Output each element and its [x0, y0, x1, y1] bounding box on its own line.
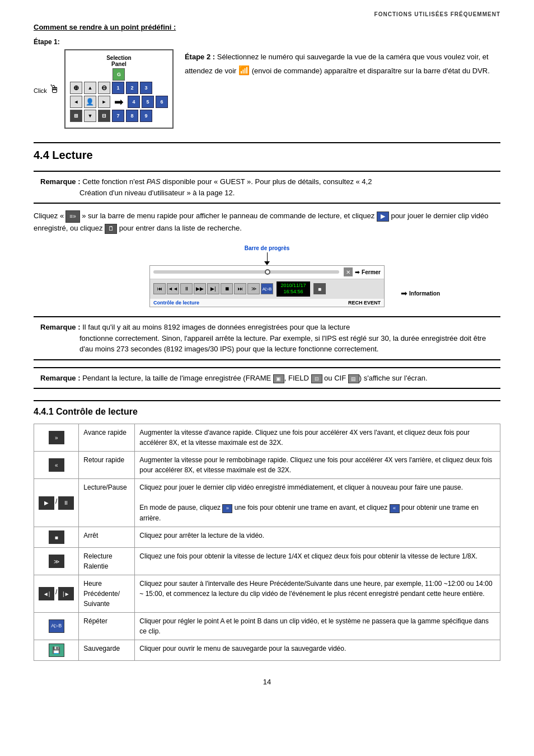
name-cell-repeter: Répéter — [79, 613, 135, 640]
selection-panel-diagram: SelectionPanel G ⊕ ▲ ⊖ 1 2 3 — [64, 49, 174, 129]
page-number: 14 — [34, 678, 500, 686]
slow-icon[interactable]: ≫ — [49, 555, 64, 568]
desc-cell-relecture: Cliquez une fois pour obtenir la vitesse… — [135, 548, 500, 575]
btn-4[interactable]: 4 — [128, 96, 140, 108]
retour-icon[interactable]: « — [49, 458, 64, 472]
play-icon[interactable]: ▶ — [377, 212, 389, 222]
remark2-label: Remarque : — [40, 323, 81, 331]
btn-down[interactable]: ▼ — [84, 110, 96, 122]
progress-bar-area: ✕ ➡ Fermer — [150, 266, 384, 279]
click-icon: 🖱 — [49, 83, 60, 95]
pause-btn-icon[interactable]: ⏸ — [58, 496, 74, 510]
time-text: 16:54:56 — [279, 289, 308, 295]
btn-grid[interactable]: ⊞ — [70, 110, 82, 122]
btn-6[interactable]: 6 — [156, 96, 168, 108]
information-annotation: ➡ Information — [401, 289, 440, 298]
btn-2[interactable]: 2 — [126, 82, 138, 94]
ctrl-ab[interactable]: A▷B — [261, 283, 273, 294]
ctrl-end[interactable]: ⏭ — [234, 283, 246, 294]
stop-icon[interactable]: ■ — [49, 530, 64, 544]
controls-bar: ⏮ ◄◄ ⏸ ▶▶ ▶| ⏹ ⏭ ≫ A▷B 2010/11/17 16:54:… — [150, 279, 384, 299]
remark2-text: Il faut qu'il y ait au moins 8192 images… — [82, 323, 350, 331]
btn-zoom-out[interactable]: ⊖ — [98, 82, 110, 94]
playback-diagram-box: ✕ ➡ Fermer ⏮ ◄◄ ⏸ ▶▶ ▶| ⏹ ⏭ ≫ A▷B 2010/1… — [149, 265, 385, 307]
ctrl-stop[interactable]: ⏹ — [221, 283, 233, 294]
table-row: ■ Arrêt Cliquez pour arrêter la lecture … — [34, 527, 500, 548]
btn-special[interactable]: ⊟ — [98, 110, 110, 122]
ctrl-next-frame[interactable]: ▶| — [207, 283, 219, 294]
ctrl-ff[interactable]: ▶▶ — [194, 283, 206, 294]
page-header-label: FONCTIONS UTILISÉES FRÉQUEMMENT — [34, 11, 500, 17]
ctrl-slow[interactable]: ≫ — [247, 283, 260, 294]
arrow-right-icon: ➡ — [112, 95, 126, 109]
prev-hour-icon[interactable]: ◄| — [39, 587, 54, 600]
play-btn-icon[interactable]: ▶ — [39, 496, 54, 510]
btn-3[interactable]: 3 — [140, 82, 152, 94]
btn-triangle[interactable]: ▲ — [84, 82, 96, 94]
slash-sep: / — [55, 496, 57, 510]
controle-label: Contrôle de lecture — [153, 300, 199, 306]
name-cell-avance: Avance rapide — [79, 424, 135, 452]
btn-left[interactable]: ◄ — [70, 96, 82, 108]
avance-icon[interactable]: » — [49, 431, 64, 444]
ctrl-first[interactable]: ⏮ — [153, 283, 166, 294]
table-row: 💾 Sauvegarde Cliquer pour ouvrir le menu… — [34, 640, 500, 661]
etape1-text: Étape 1: — [34, 38, 60, 46]
goto-section: Comment se rendre à un point prédéfini :… — [34, 23, 500, 129]
table-row: ▶ / ⏸ Lecture/Pause Cliquez pour jouer l… — [34, 479, 500, 527]
ff-inline-icon: » — [222, 504, 232, 513]
diagram-labels-row: Contrôle de lecture RECH EVENT — [150, 299, 384, 307]
close-x-icon[interactable]: ✕ — [344, 267, 353, 276]
icon-cell-sauvegarde: 💾 — [34, 640, 79, 661]
desc-cell-lecture: Cliquez pour jouer le dernier clip vidéo… — [135, 479, 500, 527]
btn-zoom-in[interactable]: ⊕ — [70, 82, 82, 94]
name-cell-lecture: Lecture/Pause — [79, 479, 135, 527]
progress-track[interactable] — [153, 270, 339, 274]
lecture-section-title: 4.4 Lecture — [34, 142, 500, 162]
playback-diagram-wrapper: Barre de progrès ✕ ➡ Fermer ⏮ — [121, 243, 413, 307]
remark3-label: Remarque : — [40, 374, 81, 382]
btn-1[interactable]: 1 — [112, 82, 124, 94]
name-cell-arret: Arrêt — [79, 527, 135, 548]
desc-cell-heure: Cliquez pour sauter à l'intervalle des H… — [135, 575, 500, 613]
btn-right[interactable]: ► — [98, 96, 110, 108]
remark1-text2: Création d'un niveau d'utilisateur » à l… — [40, 187, 494, 199]
search-list-icon[interactable]: 🗒 — [105, 224, 117, 234]
fermer-text: Fermer — [362, 269, 381, 275]
icon-cell-avance: » — [34, 424, 79, 452]
btn-7[interactable]: 7 — [112, 110, 124, 122]
ctrl-pause[interactable]: ⏸ — [180, 283, 193, 294]
frame-icon: ▣ — [273, 374, 284, 383]
icon-cell-relecture: ≫ — [34, 548, 79, 575]
name-cell-sauvegarde: Sauvegarde — [79, 640, 135, 661]
btn-8[interactable]: 8 — [126, 110, 138, 122]
desc-cell-retour: Augmenter la vitesse pour le rembobinage… — [135, 452, 500, 479]
remark2-text2: fonctionne correctement. Sinon, l'appare… — [40, 333, 494, 355]
btn-person[interactable]: 👤 — [84, 96, 96, 108]
signal-icon: 📶 — [238, 65, 250, 75]
ctrl-prev[interactable]: ◄◄ — [167, 283, 179, 294]
remark3-box: Remarque : Pendant la lecture, la taille… — [34, 367, 500, 389]
controle-section: 4.4.1 Contrôle de lecture » Avance rapid… — [34, 400, 500, 661]
progress-thumb[interactable] — [265, 269, 270, 275]
click-label: Click 🖱 — [34, 83, 60, 96]
desc-cell-avance: Augmenter la vitesse d'avance rapide. Cl… — [135, 424, 500, 452]
ab-icon[interactable]: A▷B — [49, 619, 64, 633]
goto-section-title: Comment se rendre à un point prédéfini : — [34, 23, 500, 31]
step-diagram: Étape 1: Click 🖱 SelectionPanel G ⊕ ▲ — [34, 38, 174, 129]
btn-5[interactable]: 5 — [142, 96, 154, 108]
next-hour-icon[interactable]: |► — [58, 587, 74, 600]
remark2-box: Remarque : Il faut qu'il y ait au moins … — [34, 316, 500, 360]
arrow-down-line1 — [267, 252, 268, 261]
save-icon[interactable]: 💾 — [49, 644, 64, 657]
information-label: Information — [409, 290, 440, 297]
btn-9[interactable]: 9 — [140, 110, 152, 122]
btn-g[interactable]: G — [113, 68, 125, 81]
step-area: Étape 1: Click 🖱 SelectionPanel G ⊕ ▲ — [34, 38, 500, 129]
desc-cell-sauvegarde: Cliquer pour ouvrir le menu de sauvegard… — [135, 640, 500, 661]
desc-cell-repeter: Cliquer pour régler le point A et le poi… — [135, 613, 500, 640]
date-display: 2010/11/17 16:54:56 — [277, 281, 310, 297]
ctrl-extra[interactable]: ■ — [313, 283, 326, 294]
table-row: ◄| / |► HeurePrécédente/Suivante Cliquez… — [34, 575, 500, 613]
icon-cell-repeter: A▷B — [34, 613, 79, 640]
